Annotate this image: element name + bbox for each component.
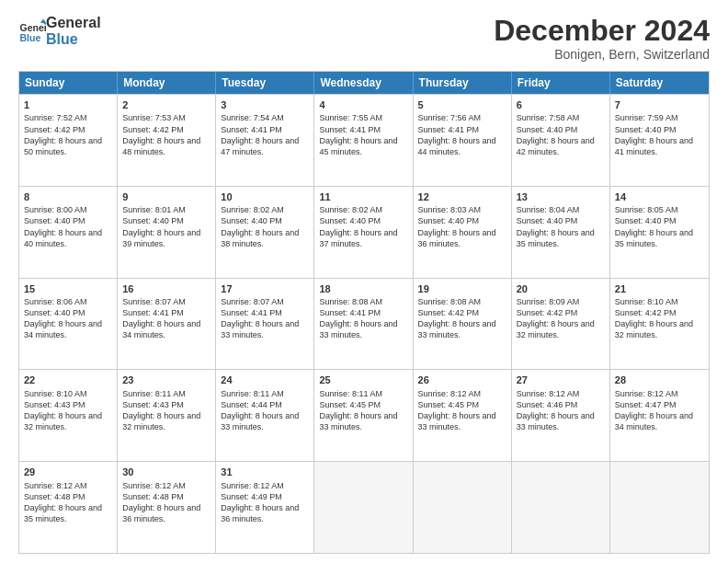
sunrise: Sunrise: 7:56 AM (418, 112, 506, 123)
day-number: 23 (122, 373, 210, 386)
daylight: Daylight: 8 hours and 32 minutes. (517, 318, 605, 340)
day-info: Sunrise: 8:03 AMSunset: 4:40 PMDaylight:… (418, 204, 506, 249)
calendar-cell: 16Sunrise: 8:07 AMSunset: 4:41 PMDayligh… (118, 279, 216, 370)
calendar-cell: 15Sunrise: 8:06 AMSunset: 4:40 PMDayligh… (19, 279, 118, 370)
day-info: Sunrise: 8:02 AMSunset: 4:40 PMDaylight:… (221, 204, 309, 249)
sunrise: Sunrise: 8:01 AM (122, 204, 210, 215)
daylight: Daylight: 8 hours and 32 minutes. (122, 410, 210, 432)
day-number: 13 (517, 190, 605, 203)
daylight: Daylight: 8 hours and 35 minutes. (615, 227, 704, 249)
calendar-row: 29Sunrise: 8:12 AMSunset: 4:48 PMDayligh… (19, 461, 709, 553)
sunrise: Sunrise: 8:12 AM (615, 388, 704, 399)
daylight: Daylight: 8 hours and 42 minutes. (517, 135, 605, 157)
sunrise: Sunrise: 8:02 AM (221, 204, 309, 215)
sunrise: Sunrise: 8:11 AM (319, 388, 407, 399)
day-number: 31 (221, 465, 309, 478)
calendar-cell: 23Sunrise: 8:11 AMSunset: 4:43 PMDayligh… (118, 370, 216, 461)
day-number: 18 (319, 282, 407, 295)
daylight: Daylight: 8 hours and 50 minutes. (24, 135, 112, 157)
main-title: December 2024 (494, 15, 710, 47)
calendar-cell: 25Sunrise: 8:11 AMSunset: 4:45 PMDayligh… (314, 370, 413, 461)
sunset: Sunset: 4:41 PM (319, 307, 407, 318)
day-info: Sunrise: 7:53 AMSunset: 4:42 PMDaylight:… (122, 112, 210, 157)
page: General Blue General Blue December 2024 … (0, 0, 728, 563)
sunrise: Sunrise: 8:00 AM (24, 204, 112, 215)
svg-text:Blue: Blue (20, 32, 41, 43)
day-info: Sunrise: 8:12 AMSunset: 4:48 PMDaylight:… (24, 480, 112, 525)
sunset: Sunset: 4:41 PM (221, 307, 309, 318)
day-number: 26 (418, 373, 506, 386)
sunrise: Sunrise: 8:08 AM (418, 296, 506, 307)
sunset: Sunset: 4:47 PM (615, 399, 704, 410)
day-number: 12 (418, 190, 506, 203)
day-number: 6 (517, 98, 605, 111)
day-info: Sunrise: 8:01 AMSunset: 4:40 PMDaylight:… (122, 204, 210, 249)
sunset: Sunset: 4:40 PM (319, 215, 407, 226)
day-info: Sunrise: 8:11 AMSunset: 4:43 PMDaylight:… (122, 388, 210, 433)
calendar-cell: 31Sunrise: 8:12 AMSunset: 4:49 PMDayligh… (216, 462, 314, 553)
sunrise: Sunrise: 8:07 AM (221, 296, 309, 307)
logo-line1: General (46, 15, 101, 31)
calendar-cell: 30Sunrise: 8:12 AMSunset: 4:48 PMDayligh… (118, 462, 216, 553)
day-info: Sunrise: 8:10 AMSunset: 4:42 PMDaylight:… (615, 296, 704, 341)
day-info: Sunrise: 8:11 AMSunset: 4:45 PMDaylight:… (319, 388, 407, 433)
day-number: 15 (24, 282, 112, 295)
weekday-header: Sunday (19, 72, 118, 94)
sunset: Sunset: 4:40 PM (122, 215, 210, 226)
day-number: 11 (319, 190, 407, 203)
daylight: Daylight: 8 hours and 39 minutes. (122, 227, 210, 249)
sunrise: Sunrise: 8:02 AM (319, 204, 407, 215)
daylight: Daylight: 8 hours and 32 minutes. (615, 318, 704, 340)
sunset: Sunset: 4:40 PM (517, 124, 605, 135)
calendar-cell: 5Sunrise: 7:56 AMSunset: 4:41 PMDaylight… (414, 95, 512, 186)
sunset: Sunset: 4:41 PM (319, 124, 407, 135)
sunrise: Sunrise: 8:06 AM (24, 296, 112, 307)
weekday-header: Friday (512, 72, 610, 94)
weekday-header: Thursday (414, 72, 512, 94)
weekday-header: Monday (118, 72, 216, 94)
sunset: Sunset: 4:40 PM (615, 215, 704, 226)
sunrise: Sunrise: 7:53 AM (122, 112, 210, 123)
sunrise: Sunrise: 8:09 AM (517, 296, 605, 307)
day-number: 25 (319, 373, 407, 386)
day-number: 29 (24, 465, 112, 478)
weekday-header: Wednesday (314, 72, 413, 94)
sunset: Sunset: 4:41 PM (418, 124, 506, 135)
day-info: Sunrise: 8:08 AMSunset: 4:42 PMDaylight:… (418, 296, 506, 341)
day-info: Sunrise: 8:08 AMSunset: 4:41 PMDaylight:… (319, 296, 407, 341)
calendar-cell: 4Sunrise: 7:55 AMSunset: 4:41 PMDaylight… (314, 95, 413, 186)
sunrise: Sunrise: 8:03 AM (418, 204, 506, 215)
sunset: Sunset: 4:43 PM (24, 399, 112, 410)
calendar-cell: 2Sunrise: 7:53 AMSunset: 4:42 PMDaylight… (118, 95, 216, 186)
day-info: Sunrise: 8:12 AMSunset: 4:48 PMDaylight:… (122, 480, 210, 525)
daylight: Daylight: 8 hours and 34 minutes. (615, 410, 704, 432)
sunrise: Sunrise: 8:10 AM (615, 296, 704, 307)
sunset: Sunset: 4:40 PM (24, 307, 112, 318)
daylight: Daylight: 8 hours and 48 minutes. (122, 135, 210, 157)
sunset: Sunset: 4:42 PM (418, 307, 506, 318)
day-number: 9 (122, 190, 210, 203)
calendar-cell: 28Sunrise: 8:12 AMSunset: 4:47 PMDayligh… (610, 370, 709, 461)
calendar-cell (414, 462, 512, 553)
calendar-cell: 3Sunrise: 7:54 AMSunset: 4:41 PMDaylight… (216, 95, 314, 186)
day-info: Sunrise: 8:09 AMSunset: 4:42 PMDaylight:… (517, 296, 605, 341)
calendar-cell: 11Sunrise: 8:02 AMSunset: 4:40 PMDayligh… (314, 187, 413, 278)
calendar-cell: 8Sunrise: 8:00 AMSunset: 4:40 PMDaylight… (19, 187, 118, 278)
day-number: 2 (122, 98, 210, 111)
day-number: 16 (122, 282, 210, 295)
sunset: Sunset: 4:46 PM (517, 399, 605, 410)
calendar-cell: 18Sunrise: 8:08 AMSunset: 4:41 PMDayligh… (314, 279, 413, 370)
daylight: Daylight: 8 hours and 41 minutes. (615, 135, 704, 157)
day-number: 7 (615, 98, 704, 111)
sunset: Sunset: 4:42 PM (615, 307, 704, 318)
day-number: 24 (221, 373, 309, 386)
day-info: Sunrise: 7:55 AMSunset: 4:41 PMDaylight:… (319, 112, 407, 157)
sunset: Sunset: 4:41 PM (221, 124, 309, 135)
calendar-row: 1Sunrise: 7:52 AMSunset: 4:42 PMDaylight… (19, 94, 709, 186)
sunset: Sunset: 4:48 PM (24, 491, 112, 502)
day-info: Sunrise: 7:54 AMSunset: 4:41 PMDaylight:… (221, 112, 309, 157)
calendar-cell: 24Sunrise: 8:11 AMSunset: 4:44 PMDayligh… (216, 370, 314, 461)
daylight: Daylight: 8 hours and 35 minutes. (24, 502, 112, 524)
day-info: Sunrise: 8:11 AMSunset: 4:44 PMDaylight:… (221, 388, 309, 433)
daylight: Daylight: 8 hours and 34 minutes. (24, 318, 112, 340)
